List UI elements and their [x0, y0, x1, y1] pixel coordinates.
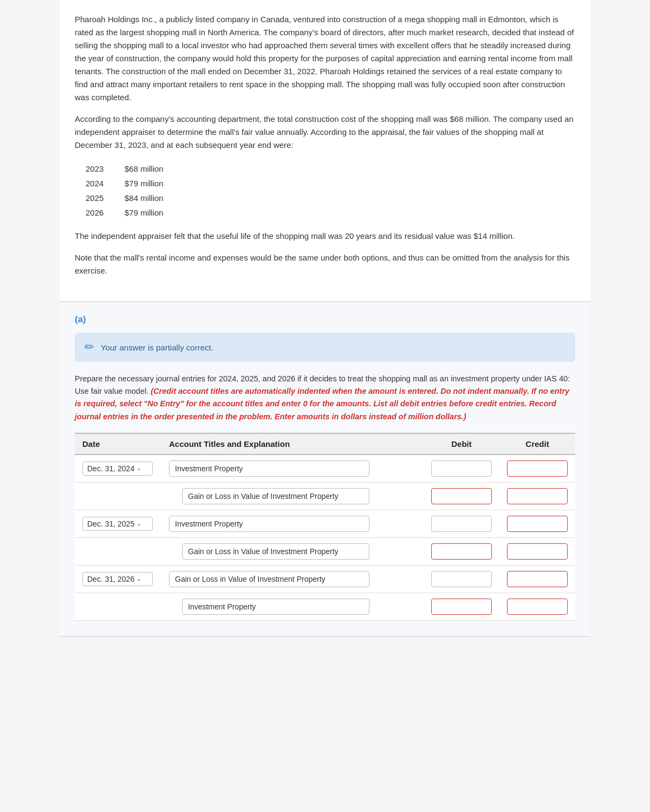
credit-amount-input[interactable] [507, 571, 568, 587]
th-credit: Credit [499, 433, 575, 454]
date-select-value: Dec. 31, 2025 [87, 519, 134, 528]
date-select[interactable]: Dec. 31, 2024⌄ [82, 462, 153, 476]
fair-value-amount: $84 million [125, 193, 164, 203]
date-select[interactable]: Dec. 31, 2026⌄ [82, 572, 153, 586]
th-account: Account Titles and Explanation [161, 433, 424, 454]
fair-value-amount: $79 million [125, 208, 164, 217]
account-title-input[interactable] [169, 571, 369, 587]
problem-paragraph1: Pharoah Holdings Inc., a publicly listed… [75, 13, 575, 104]
credit-amount-input[interactable] [507, 516, 568, 532]
chevron-down-icon: ⌄ [136, 575, 141, 582]
account-title-input[interactable] [182, 488, 369, 504]
fair-value-amount: $79 million [125, 179, 164, 188]
fair-value-year: 2024 [86, 179, 112, 188]
alert-text: Your answer is partially correct. [101, 343, 213, 352]
fair-value-row: 2026$79 million [86, 205, 575, 220]
date-select-value: Dec. 31, 2026 [87, 575, 134, 583]
chevron-down-icon: ⌄ [136, 520, 141, 527]
debit-amount-input[interactable] [431, 543, 492, 560]
problem-section: Pharoah Holdings Inc., a publicly listed… [60, 0, 590, 302]
fair-value-row: 2024$79 million [86, 176, 575, 191]
fair-value-amount: $68 million [125, 164, 164, 173]
alert-partial-correct: ✏ Your answer is partially correct. [75, 333, 575, 362]
fair-values-list: 2023$68 million2024$79 million2025$84 mi… [86, 161, 575, 220]
fair-value-row: 2025$84 million [86, 191, 575, 205]
part-a-section: (a) ✏ Your answer is partially correct. … [60, 302, 590, 637]
account-title-input[interactable] [169, 516, 369, 532]
journal-tbody: Dec. 31, 2024⌄Dec. 31, 2025⌄Dec. 31, 202… [75, 454, 575, 621]
table-header-row: Date Account Titles and Explanation Debi… [75, 433, 575, 454]
account-title-input[interactable] [182, 543, 369, 560]
table-row: Dec. 31, 2026⌄ [75, 565, 575, 593]
th-debit: Debit [424, 433, 499, 454]
debit-amount-input[interactable] [431, 516, 492, 532]
credit-amount-input[interactable] [507, 599, 568, 615]
table-row [75, 593, 575, 620]
th-date: Date [75, 433, 161, 454]
problem-paragraph3: The independent appraiser felt that the … [75, 230, 575, 243]
date-select[interactable]: Dec. 31, 2025⌄ [82, 517, 153, 531]
account-title-input[interactable] [169, 460, 369, 477]
fair-value-row: 2023$68 million [86, 161, 575, 176]
debit-amount-input[interactable] [431, 460, 492, 477]
table-row: Dec. 31, 2024⌄ [75, 454, 575, 483]
problem-paragraph2: According to the company's accounting de… [75, 113, 575, 152]
table-row: Dec. 31, 2025⌄ [75, 510, 575, 537]
fair-value-year: 2026 [86, 208, 112, 217]
part-a-label: (a) [75, 314, 575, 325]
credit-amount-input[interactable] [507, 543, 568, 560]
credit-amount-input[interactable] [507, 488, 568, 504]
alert-icon: ✏ [84, 340, 94, 354]
debit-amount-input[interactable] [431, 571, 492, 587]
date-select-value: Dec. 31, 2024 [87, 464, 134, 473]
credit-amount-input[interactable] [507, 460, 568, 477]
table-row [75, 482, 575, 510]
debit-amount-input[interactable] [431, 488, 492, 504]
journal-table: Date Account Titles and Explanation Debi… [75, 433, 575, 621]
fair-value-year: 2023 [86, 164, 112, 173]
debit-amount-input[interactable] [431, 599, 492, 615]
fair-value-year: 2025 [86, 193, 112, 203]
chevron-down-icon: ⌄ [136, 465, 141, 472]
table-row [75, 537, 575, 565]
instructions-block: Prepare the necessary journal entries fo… [75, 373, 575, 423]
instructions-italic: (Credit account titles are automatically… [75, 387, 569, 420]
account-title-input[interactable] [182, 599, 369, 615]
problem-paragraph4: Note that the mall's rental income and e… [75, 251, 575, 277]
